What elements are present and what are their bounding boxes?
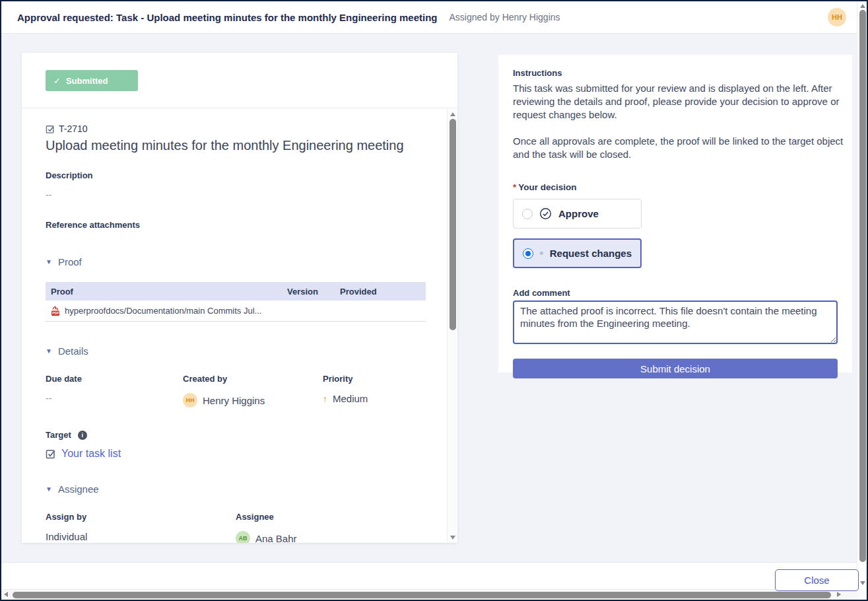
assign-by-value: Individual: [46, 531, 236, 542]
window-horizontal-scrollbar: [1, 589, 857, 600]
task-detail-scroll-area: T-2710 Upload meeting minutes for the mo…: [22, 109, 447, 543]
task-detail-panel: ✓ Submitted T-2710 Upload meeting minute…: [22, 53, 457, 543]
chevron-down-icon: ▼: [46, 348, 52, 355]
priority-medium-icon: ↑: [323, 394, 327, 404]
circle-check-icon: [539, 207, 552, 220]
assignee-section-title: Assignee: [58, 483, 99, 495]
scroll-left-arrow[interactable]: [4, 592, 8, 597]
column-provided: Provided: [340, 287, 426, 297]
description-value: --: [46, 190, 427, 200]
dialog-footer: [1, 562, 857, 589]
task-checkbox-icon: [46, 124, 55, 134]
svg-text:PDF: PDF: [52, 311, 60, 315]
details-grid: Due date -- Created by HH Henry Higgins …: [46, 374, 427, 407]
column-proof: Proof: [51, 287, 287, 297]
scroll-down-arrow[interactable]: [860, 581, 865, 585]
details-section-toggle[interactable]: ▼ Details: [46, 345, 427, 357]
due-date-label: Due date: [46, 374, 183, 384]
task-id-row: T-2710: [46, 124, 427, 134]
request-changes-option-label: Request changes: [550, 248, 632, 259]
task-status-section: ✓ Submitted: [22, 53, 457, 108]
add-comment-label: Add comment: [513, 288, 838, 298]
dialog-header: Approval requested: Task - Upload meetin…: [1, 1, 857, 34]
target-label: Target: [46, 430, 71, 440]
scroll-up-arrow[interactable]: [450, 112, 455, 116]
due-date-value: --: [46, 393, 183, 404]
instructions-paragraph-1: This task was submitted for your review …: [513, 82, 851, 122]
chevron-down-icon: ▼: [46, 486, 52, 493]
status-badge-label: Submitted: [66, 76, 108, 86]
task-panel-scrollbar: [447, 109, 457, 543]
window-vertical-scrollbar: [857, 1, 867, 589]
scroll-thumb[interactable]: [859, 10, 866, 562]
circle-minus-icon: [540, 247, 543, 260]
reference-attachments-label: Reference attachments: [46, 220, 427, 230]
description-label: Description: [46, 170, 427, 180]
created-by-label: Created by: [183, 374, 323, 384]
scroll-up-arrow[interactable]: [860, 4, 865, 8]
approve-option-label: Approve: [558, 208, 599, 219]
details-section-title: Details: [58, 345, 88, 357]
assign-by-label: Assign by: [46, 512, 236, 522]
scrollbar-corner: [857, 589, 867, 600]
created-by-avatar: HH: [183, 393, 197, 407]
status-badge: ✓ Submitted: [46, 70, 138, 91]
approve-option[interactable]: Approve: [513, 199, 642, 229]
decision-label: Your decision: [518, 182, 576, 192]
scroll-thumb[interactable]: [13, 592, 831, 598]
task-id: T-2710: [59, 124, 88, 134]
proof-table: Proof Version Provided PDF hyperproofdoc…: [46, 282, 426, 322]
created-by-value: Henry Higgins: [203, 395, 265, 406]
task-list-icon: [46, 448, 56, 459]
submit-decision-button[interactable]: Submit decision: [513, 359, 838, 378]
proof-section-title: Proof: [58, 256, 82, 267]
approve-radio[interactable]: [522, 209, 533, 219]
target-link[interactable]: Your task list: [61, 448, 121, 460]
pdf-file-icon: PDF: [51, 305, 60, 316]
dialog-title: Approval requested: Task - Upload meetin…: [17, 12, 437, 23]
assignee-value: Ana Bahr: [255, 533, 297, 544]
proof-table-header: Proof Version Provided: [46, 282, 426, 300]
task-title: Upload meeting minutes for the monthly E…: [46, 138, 427, 153]
instructions-paragraph-2: Once all approvals are complete, the pro…: [513, 135, 851, 161]
proof-section-toggle[interactable]: ▼ Proof: [46, 256, 427, 267]
close-button[interactable]: Close: [775, 569, 859, 591]
approval-dialog-window: Approval requested: Task - Upload meetin…: [0, 0, 868, 601]
priority-value: Medium: [333, 393, 368, 404]
proof-table-row[interactable]: PDF hyperproofdocs/Documentation/main Co…: [46, 300, 426, 322]
assignee-grid: Assign by Individual Assignee AB Ana Bah…: [46, 512, 427, 543]
priority-label: Priority: [323, 374, 427, 384]
instructions-label: Instructions: [513, 68, 838, 78]
user-avatar[interactable]: HH: [828, 8, 846, 26]
chevron-down-icon: ▼: [46, 259, 52, 265]
target-link-row[interactable]: Your task list: [46, 448, 427, 460]
assigned-by-text: Assigned by Henry Higgins: [449, 12, 560, 22]
scroll-right-arrow[interactable]: [837, 592, 841, 597]
request-changes-option[interactable]: Request changes: [513, 238, 642, 268]
scroll-thumb[interactable]: [450, 119, 456, 330]
request-changes-radio[interactable]: [523, 248, 533, 259]
proof-file-link[interactable]: hyperproofdocs/Documentation/main Commit…: [65, 306, 261, 316]
required-asterisk: *: [513, 182, 516, 192]
column-version: Version: [287, 287, 340, 297]
assignee-label: Assignee: [236, 512, 427, 522]
comment-textarea[interactable]: The attached proof is incorrect. This fi…: [513, 300, 838, 344]
approval-panel: Instructions This task was submitted for…: [498, 55, 852, 372]
assignee-avatar: AB: [236, 531, 250, 543]
info-icon[interactable]: i: [78, 431, 87, 440]
check-icon: ✓: [53, 76, 61, 86]
assignee-section-toggle[interactable]: ▼ Assignee: [46, 483, 427, 495]
scroll-down-arrow[interactable]: [450, 536, 455, 540]
